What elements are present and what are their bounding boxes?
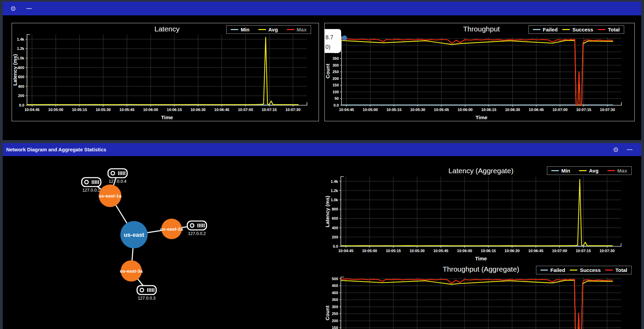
- throughput-legend-item-total[interactable]: Total: [598, 27, 620, 32]
- x-tick-label: 10:06:30: [505, 249, 520, 253]
- legend-swatch: [287, 29, 294, 30]
- y-tick-label: 450: [332, 284, 338, 288]
- y-tick-label: 350: [333, 56, 339, 60]
- throughput_agg-legend-item-total[interactable]: Total: [605, 267, 627, 273]
- x-tick-label: 10:05:15: [386, 249, 401, 253]
- x-tick-label: 10:05:15: [387, 108, 402, 112]
- throughput_agg-legend-item-failed[interactable]: Failed: [540, 267, 565, 273]
- y-tick-label: 50: [335, 96, 339, 100]
- gear-icon[interactable]: ⚙: [10, 5, 16, 12]
- latency-chart[interactable]: 10:04:4510:05:0010:05:1510:05:3010:05:45…: [12, 23, 319, 121]
- router-icon[interactable]: [82, 178, 101, 187]
- legend-label: Total: [608, 27, 620, 32]
- throughput_agg-series-success: [341, 280, 613, 329]
- y-tick-label: 400: [332, 226, 338, 230]
- throughput_agg-title: Throughput (Aggregate): [443, 265, 519, 273]
- latency-legend-item-avg[interactable]: Avg: [258, 27, 278, 32]
- collapse-icon[interactable]: —: [627, 147, 632, 152]
- network-canvas: 127.0.0.1127.0.0.4127.0.0.2127.0.0.3us-e…: [3, 156, 321, 329]
- y-tick-label: 350: [332, 298, 338, 302]
- x-tick-label: 10:06:15: [481, 108, 496, 112]
- x-axis-label: Time: [475, 256, 487, 261]
- x-tick-label: 10:05:00: [48, 108, 63, 112]
- network-diagram[interactable]: 127.0.0.1127.0.0.4127.0.0.2127.0.0.3us-e…: [3, 156, 321, 329]
- legend-swatch: [598, 29, 605, 30]
- throughput-aggregate-chart[interactable]: 10:04:4510:05:0010:05:1510:05:3010:05:45…: [324, 261, 635, 329]
- y-tick-label: 200: [332, 235, 338, 239]
- router-icon[interactable]: [187, 221, 206, 230]
- y-tick-label: 600: [18, 75, 24, 79]
- y-tick-label: 1.4k: [17, 37, 25, 41]
- x-tick-label: 10:04:45: [338, 249, 353, 253]
- legend-label: Min: [561, 168, 570, 174]
- x-tick-label: 10:07:00: [238, 108, 253, 112]
- latency-legend-item-max[interactable]: Max: [287, 27, 307, 32]
- x-tick-label: 10:06:00: [143, 108, 158, 112]
- throughput-legend-item-success[interactable]: Success: [562, 27, 593, 32]
- collapse-icon[interactable]: —: [26, 6, 32, 11]
- top-panel-header: ⚙ —: [3, 2, 641, 15]
- x-tick-label: 10:07:00: [552, 108, 567, 112]
- y-axis-label: Latency (ms): [324, 196, 330, 228]
- y-tick-label: 200: [18, 94, 24, 98]
- x-tick-label: 10:05:45: [119, 108, 134, 112]
- y-tick-label: 250: [332, 312, 338, 316]
- latency_agg-legend-item-min[interactable]: Min: [551, 168, 570, 174]
- y-tick-label: 1.2k: [17, 46, 25, 51]
- latency-aggregate-chart[interactable]: 10:04:4510:05:0010:05:1510:05:3010:05:45…: [324, 165, 635, 261]
- latency-legend-item-min[interactable]: Min: [231, 27, 250, 32]
- x-tick-label: 10:06:45: [528, 249, 544, 253]
- x-tick-label: 10:06:00: [458, 108, 473, 112]
- throughput_agg-legend-item-success[interactable]: Success: [570, 267, 601, 273]
- legend-label: Avg: [268, 27, 278, 32]
- x-tick-label: 10:07:15: [576, 249, 591, 253]
- node-label-us-east-3a: us-east-3a: [120, 269, 143, 274]
- x-tick-label: 10:07:00: [552, 249, 567, 253]
- x-tick-label: 10:07:30: [600, 108, 615, 112]
- y-tick-label: 400: [18, 84, 24, 88]
- latency_agg-legend-item-avg[interactable]: Avg: [579, 168, 599, 174]
- node-label-us-east-1a: us-east-1a: [99, 193, 122, 198]
- y-tick-label: 150: [333, 83, 339, 87]
- y-tick-label: 200: [333, 77, 339, 81]
- x-tick-label: 10:06:15: [167, 108, 182, 112]
- throughput-series-success: [341, 40, 613, 105]
- network-panel-header: Network Diagram and Aggregate Statistics…: [3, 143, 641, 156]
- x-tick-label: 10:04:45: [25, 108, 40, 112]
- x-tick-label: 10:05:45: [434, 108, 449, 112]
- y-axis-label: Count: [324, 305, 330, 320]
- x-tick-label: 10:05:30: [410, 108, 425, 112]
- latency_agg-title: Latency (Aggregate): [448, 167, 513, 175]
- y-tick-label: 300: [332, 305, 338, 309]
- latency_agg-legend-item-max[interactable]: Max: [607, 168, 627, 174]
- y-tick-label: 600: [332, 216, 338, 220]
- legend-label: Avg: [589, 168, 599, 174]
- throughput-title: Throughput: [463, 25, 500, 33]
- y-axis-label: Latency (ms): [12, 54, 18, 86]
- gear-icon[interactable]: ⚙: [613, 147, 619, 153]
- router-ip-label: 127.0.0.4: [109, 179, 126, 184]
- router-icon[interactable]: [108, 169, 127, 178]
- router-ip-label: 127.0.0.1: [82, 188, 100, 193]
- x-tick-label: 10:06:45: [529, 108, 544, 112]
- latency_agg-series-avg: [341, 179, 613, 246]
- y-tick-label: 100: [333, 90, 339, 94]
- legend-swatch: [570, 270, 577, 271]
- throughput-chart[interactable]: 10:04:4510:05:0010:05:1510:05:3010:05:45…: [324, 23, 635, 121]
- router-icon[interactable]: [137, 286, 156, 294]
- throughput-legend-item-failed[interactable]: Failed: [533, 27, 558, 32]
- y-axis-label: Count: [325, 64, 331, 78]
- latency-title: Latency: [155, 25, 180, 33]
- x-tick-label: 10:04:45: [339, 108, 354, 112]
- x-tick-label: 10:06:30: [505, 108, 520, 112]
- legend-label: Max: [297, 27, 307, 32]
- x-tick-label: 10:06:15: [481, 249, 496, 253]
- legend-label: Total: [615, 267, 627, 273]
- x-tick-label: 10:05:45: [433, 249, 448, 253]
- legend-label: Min: [241, 27, 250, 32]
- legend-swatch: [605, 270, 613, 271]
- throughput-legend: FailedSuccessTotal: [528, 25, 624, 34]
- node-label-us-east-2a: us-east-2a: [160, 227, 183, 232]
- x-tick-label: 10:05:15: [72, 108, 87, 112]
- x-tick-label: 10:07:30: [600, 249, 615, 253]
